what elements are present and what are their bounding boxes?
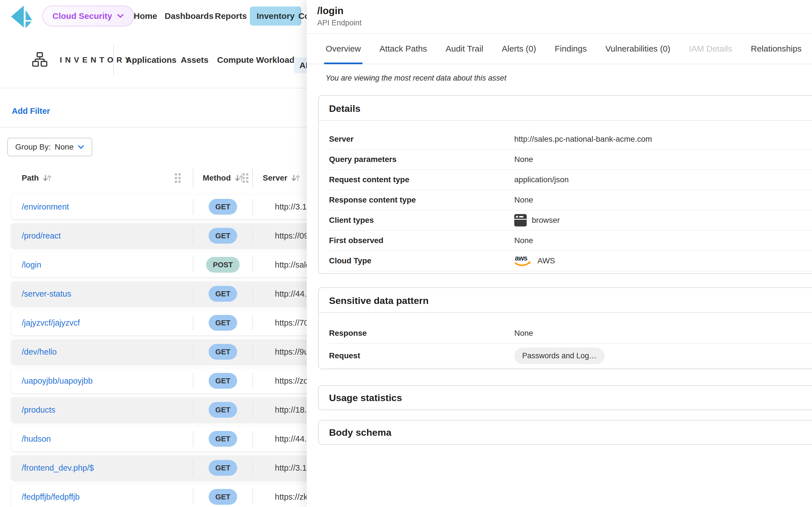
path-link[interactable]: /hudson bbox=[22, 427, 51, 451]
column-header-server[interactable]: Server bbox=[263, 173, 287, 182]
method-badge: GET bbox=[209, 199, 237, 215]
sitemap-icon bbox=[31, 51, 49, 69]
section-divider bbox=[0, 127, 307, 128]
detail-row: Server http://sales.pc-national-bank-acm… bbox=[329, 129, 812, 150]
nav-item-home[interactable]: Home bbox=[134, 0, 157, 32]
tab-audit-trail[interactable]: Audit Trail bbox=[446, 34, 483, 64]
detail-value: browser bbox=[514, 214, 560, 226]
usage-card-title: Usage statistics bbox=[319, 386, 812, 409]
sensitive-pattern-badge[interactable]: Passwords and Log… bbox=[514, 348, 605, 364]
app-root: Cloud Security Home Dashboards Reports I… bbox=[0, 0, 812, 507]
detail-label: Query parameters bbox=[329, 155, 514, 164]
cell-divider bbox=[252, 228, 253, 244]
method-badge: GET bbox=[209, 228, 237, 244]
detail-label: Response content type bbox=[329, 195, 514, 205]
details-card: Details Server http://sales.pc-national-… bbox=[318, 95, 812, 274]
detail-row: Response None bbox=[329, 323, 812, 344]
detail-row: Query parameters None bbox=[329, 150, 812, 170]
detail-label: Cloud Type bbox=[329, 256, 514, 265]
nav-item-inventory-active[interactable]: Inventory bbox=[250, 6, 301, 25]
detail-label: Request content type bbox=[329, 175, 514, 184]
path-link[interactable]: /dev/hello bbox=[22, 339, 57, 364]
vertical-divider bbox=[113, 45, 114, 75]
detail-row: Response content type None bbox=[329, 190, 812, 210]
cell-divider bbox=[252, 460, 253, 476]
inventory-tab-assets[interactable]: Assets bbox=[181, 32, 208, 88]
endpoint-table: /environment GET http://3.15.30 /prod/re… bbox=[0, 194, 307, 507]
recency-note: You are viewing the most recent data abo… bbox=[326, 74, 506, 82]
column-header-path[interactable]: Path bbox=[22, 173, 39, 182]
chevron-down-icon bbox=[78, 145, 84, 150]
group-by-value: None bbox=[55, 143, 73, 152]
cell-divider bbox=[252, 489, 253, 505]
cell-divider bbox=[252, 315, 253, 331]
path-link[interactable]: /server-status bbox=[22, 281, 71, 306]
cell-divider bbox=[252, 257, 253, 273]
detail-label: Request bbox=[329, 351, 514, 360]
column-divider bbox=[252, 168, 253, 188]
sensitive-data-card: Sensitive data pattern Response None Req… bbox=[318, 287, 812, 369]
detail-row: Client types browser bbox=[329, 210, 812, 231]
method-badge: GET bbox=[209, 373, 237, 389]
prisma-cloud-logo-icon bbox=[10, 3, 35, 29]
panel-tabs: Overview Attack Paths Audit Trail Alerts… bbox=[307, 34, 812, 64]
tab-vulnerabilities[interactable]: Vulnerabilities (0) bbox=[605, 34, 670, 64]
path-link[interactable]: /prod/react bbox=[22, 223, 61, 248]
nav-item-dashboards[interactable]: Dashboards bbox=[165, 0, 213, 32]
path-link[interactable]: /jajyzvcf/jajyzvcf bbox=[22, 311, 80, 335]
path-link[interactable]: /environment bbox=[22, 194, 69, 219]
add-filter-button[interactable]: Add Filter bbox=[12, 107, 50, 116]
group-by-label: Group By: bbox=[15, 143, 51, 152]
sort-icon[interactable] bbox=[42, 173, 52, 182]
tab-attack-paths[interactable]: Attack Paths bbox=[379, 34, 427, 64]
inventory-header-bar: INVENTORY Applications Assets Compute Wo… bbox=[0, 32, 307, 89]
method-badge: GET bbox=[209, 344, 237, 360]
svg-text:aws: aws bbox=[515, 254, 527, 262]
nav-item-reports[interactable]: Reports bbox=[215, 0, 247, 32]
drag-handle-icon[interactable] bbox=[175, 173, 181, 183]
method-badge: GET bbox=[209, 286, 237, 302]
tab-overview[interactable]: Overview bbox=[326, 34, 361, 64]
detail-label: Server bbox=[329, 135, 514, 144]
detail-value: application/json bbox=[514, 175, 569, 184]
sort-icon[interactable] bbox=[291, 173, 301, 182]
product-switcher[interactable]: Cloud Security bbox=[42, 6, 134, 26]
detail-label: Response bbox=[329, 329, 514, 338]
client-type-text: browser bbox=[532, 216, 560, 225]
group-by-dropdown[interactable]: Group By: None bbox=[7, 138, 92, 156]
inventory-tab-compute-workloads[interactable]: Compute Workloads bbox=[217, 32, 299, 88]
aws-icon: aws bbox=[514, 254, 532, 268]
detail-row: Request Passwords and Log… bbox=[329, 344, 812, 369]
path-link[interactable]: /login bbox=[22, 252, 41, 277]
usage-statistics-card[interactable]: Usage statistics bbox=[318, 385, 812, 410]
path-link[interactable]: /frontend_dev.php/$ bbox=[22, 455, 94, 480]
top-nav: Cloud Security Home Dashboards Reports I… bbox=[0, 0, 307, 33]
method-badge: GET bbox=[209, 402, 237, 418]
detail-value: None bbox=[514, 195, 533, 205]
path-link[interactable]: /products bbox=[22, 397, 55, 422]
body-schema-card[interactable]: Body schema bbox=[318, 420, 812, 445]
method-badge: GET bbox=[209, 315, 237, 331]
tab-relationships[interactable]: Relationships bbox=[751, 34, 802, 64]
tab-alerts[interactable]: Alerts (0) bbox=[502, 34, 536, 64]
path-link[interactable]: /uapoyjbb/uapoyjbb bbox=[22, 369, 93, 393]
method-badge: POST bbox=[206, 257, 240, 273]
product-switcher-label: Cloud Security bbox=[52, 11, 112, 21]
detail-value: None bbox=[514, 236, 533, 245]
method-badge: GET bbox=[209, 431, 237, 447]
detail-label: Client types bbox=[329, 216, 514, 225]
drag-handle-icon[interactable] bbox=[243, 173, 248, 183]
cell-divider bbox=[252, 431, 253, 447]
tab-findings[interactable]: Findings bbox=[555, 34, 587, 64]
detail-row: Request content type application/json bbox=[329, 170, 812, 190]
column-header-method[interactable]: Method bbox=[203, 173, 231, 182]
panel-title: /login bbox=[317, 5, 343, 16]
path-link[interactable]: /fedpffjb/fedpffjb bbox=[22, 485, 80, 507]
cell-divider bbox=[252, 402, 253, 418]
detail-row: First observed None bbox=[329, 231, 812, 251]
detail-value: None bbox=[514, 329, 533, 338]
inventory-tab-applications[interactable]: Applications bbox=[126, 32, 176, 88]
browser-icon bbox=[514, 214, 527, 226]
method-badge: GET bbox=[209, 460, 237, 476]
detail-label: First observed bbox=[329, 236, 514, 245]
